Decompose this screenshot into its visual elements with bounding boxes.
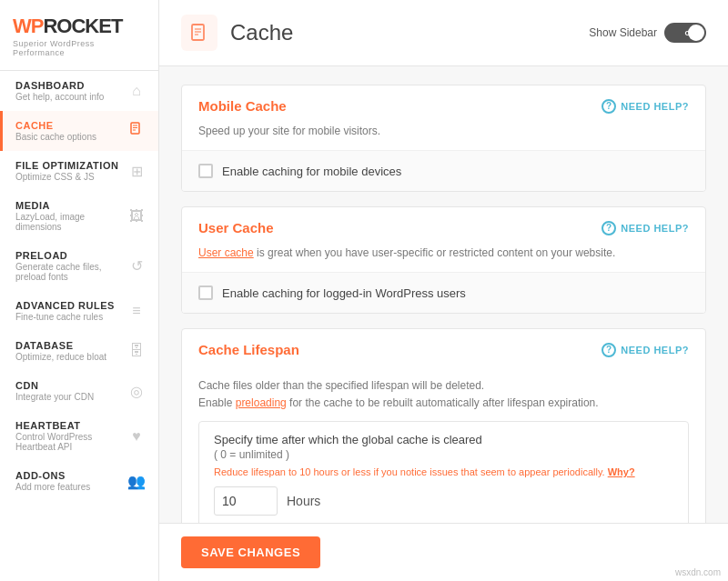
user-cache-option: Enable caching for logged-in WordPress u… xyxy=(182,273,705,313)
sidebar-item-dashboard[interactable]: DASHBOARD Get help, account info ⌂ xyxy=(0,71,158,111)
sidebar-item-dashboard-subtitle: Get help, account info xyxy=(15,92,127,102)
sidebar-item-cdn-title: CDN xyxy=(15,380,127,391)
mobile-cache-checkbox[interactable] xyxy=(198,164,213,178)
media-icon: 🖼 xyxy=(127,208,146,225)
sidebar-item-file-opt-subtitle: Optimize CSS & JS xyxy=(15,172,127,182)
sidebar-item-file-optimization[interactable]: FILE OPTIMIZATION Optimize CSS & JS ⊞ xyxy=(0,151,158,191)
cache-lifespan-body: Cache files older than the specified lif… xyxy=(182,366,705,523)
cdn-icon: ◎ xyxy=(127,383,146,400)
sidebar-item-database-title: DATABASE xyxy=(15,340,127,351)
user-cache-section: User Cache ? NEED HELP? User cache is gr… xyxy=(181,206,706,314)
user-cache-desc: User cache is great when you have user-s… xyxy=(182,245,705,272)
logo-rocket: ROCKET xyxy=(43,15,122,37)
page-icon xyxy=(181,15,217,51)
sidebar-item-addons-title: ADD-ONS xyxy=(15,470,127,481)
user-cache-need-help[interactable]: ? NEED HELP? xyxy=(602,221,689,235)
sidebar-item-dashboard-title: DASHBOARD xyxy=(15,80,127,91)
sidebar-item-cdn[interactable]: CDN Integrate your CDN ◎ xyxy=(0,371,158,411)
lifespan-box: Specify time after which the global cach… xyxy=(198,421,689,523)
sidebar-item-file-opt-title: FILE OPTIMIZATION xyxy=(15,160,127,171)
cache-lifespan-title: Cache Lifespan xyxy=(198,342,299,357)
cache-lifespan-need-help[interactable]: ? NEED HELP? xyxy=(602,343,689,357)
sidebar-item-add-ons[interactable]: ADD-ONS Add more features 👥 xyxy=(0,461,158,501)
sidebar-item-addons-subtitle: Add more features xyxy=(15,482,127,492)
help-circle-icon-2: ? xyxy=(602,221,616,235)
save-changes-button[interactable]: SAVE CHANGES xyxy=(181,536,320,568)
advanced-rules-icon: ≡ xyxy=(127,303,146,319)
heartbeat-icon: ♥ xyxy=(127,428,146,445)
logo: WPROCKET xyxy=(13,15,146,38)
sidebar-item-adv-rules-title: ADVANCED RULES xyxy=(15,300,127,311)
mobile-cache-section: Mobile Cache ? NEED HELP? Speed up your … xyxy=(181,85,706,192)
sidebar-item-preload-title: PRELOAD xyxy=(15,250,127,261)
show-sidebar-toggle-area: Show Sidebar OFF xyxy=(589,23,706,43)
user-cache-title: User Cache xyxy=(198,220,274,235)
sidebar-item-database[interactable]: DATABASE Optimize, reduce bloat 🗄 xyxy=(0,331,158,371)
mobile-cache-desc: Speed up your site for mobile visitors. xyxy=(182,123,705,150)
logo-wp: WP xyxy=(13,15,43,37)
sidebar-toggle[interactable]: OFF xyxy=(664,23,706,43)
sidebar-item-adv-rules-subtitle: Fine-tune cache rules xyxy=(15,312,127,322)
lifespan-unit: Hours xyxy=(287,494,320,508)
logo-area: WPROCKET Superior WordPress Performance xyxy=(0,0,158,71)
page-title: Cache xyxy=(230,20,293,45)
lifespan-box-sub: ( 0 = unlimited ) xyxy=(214,448,673,461)
sidebar-nav: DASHBOARD Get help, account info ⌂ CACHE… xyxy=(0,71,158,581)
show-sidebar-label: Show Sidebar xyxy=(589,26,657,39)
lifespan-box-title: Specify time after which the global cach… xyxy=(214,433,673,446)
sidebar-item-database-subtitle: Optimize, reduce bloat xyxy=(15,352,127,362)
lifespan-input[interactable] xyxy=(214,486,278,516)
cache-lifespan-desc: Cache files older than the specified lif… xyxy=(198,377,689,412)
page-footer: SAVE CHANGES xyxy=(159,523,728,581)
cache-icon xyxy=(127,122,146,140)
sidebar-item-heartbeat-title: HEARTBEAT xyxy=(15,420,127,431)
page-header: Cache Show Sidebar OFF xyxy=(159,0,728,66)
main-area: Cache Show Sidebar OFF Mobile Cache ? NE… xyxy=(159,0,728,581)
mobile-cache-option-label: Enable caching for mobile devices xyxy=(222,165,401,178)
lifespan-warning: Reduce lifespan to 10 hours or less if y… xyxy=(214,466,673,477)
user-cache-link[interactable]: User cache xyxy=(198,246,254,259)
sidebar: WPROCKET Superior WordPress Performance … xyxy=(0,0,159,581)
cache-lifespan-section: Cache Lifespan ? NEED HELP? Cache files … xyxy=(181,328,706,523)
sidebar-item-heartbeat-subtitle: Control WordPress Heartbeat API xyxy=(15,432,127,452)
sidebar-item-cdn-subtitle: Integrate your CDN xyxy=(15,392,127,402)
toggle-off-label: OFF xyxy=(685,29,702,37)
sidebar-item-cache[interactable]: CACHE Basic cache options xyxy=(0,111,158,151)
mobile-cache-option: Enable caching for mobile devices xyxy=(182,151,705,191)
why-link[interactable]: Why? xyxy=(608,466,635,477)
sidebar-item-cache-title: CACHE xyxy=(15,120,127,131)
mobile-cache-need-help[interactable]: ? NEED HELP? xyxy=(602,99,689,114)
preload-icon: ↺ xyxy=(127,257,146,275)
preloading-link[interactable]: preloading xyxy=(236,396,287,409)
user-cache-option-label: Enable caching for logged-in WordPress u… xyxy=(222,286,466,300)
sidebar-item-media[interactable]: MEDIA LazyLoad, image dimensions 🖼 xyxy=(0,191,158,241)
main-content: Mobile Cache ? NEED HELP? Speed up your … xyxy=(159,66,728,523)
database-icon: 🗄 xyxy=(127,343,146,359)
sidebar-item-preload[interactable]: PRELOAD Generate cache files, preload fo… xyxy=(0,241,158,291)
watermark: wsxdn.com xyxy=(675,567,721,577)
file-opt-icon: ⊞ xyxy=(127,163,146,180)
sidebar-item-media-subtitle: LazyLoad, image dimensions xyxy=(15,212,127,232)
sidebar-item-media-title: MEDIA xyxy=(15,200,127,211)
sidebar-item-preload-subtitle: Generate cache files, preload fonts xyxy=(15,262,127,282)
sidebar-item-heartbeat[interactable]: HEARTBEAT Control WordPress Heartbeat AP… xyxy=(0,411,158,461)
home-icon: ⌂ xyxy=(127,83,146,99)
mobile-cache-title: Mobile Cache xyxy=(198,98,287,114)
sidebar-item-cache-subtitle: Basic cache options xyxy=(15,132,127,142)
user-cache-checkbox[interactable] xyxy=(198,285,213,300)
help-circle-icon-3: ? xyxy=(602,343,616,357)
sidebar-item-advanced-rules[interactable]: ADVANCED RULES Fine-tune cache rules ≡ xyxy=(0,291,158,331)
addons-icon: 👥 xyxy=(127,473,146,490)
help-circle-icon: ? xyxy=(602,99,616,114)
logo-tagline: Superior WordPress Performance xyxy=(13,39,146,57)
